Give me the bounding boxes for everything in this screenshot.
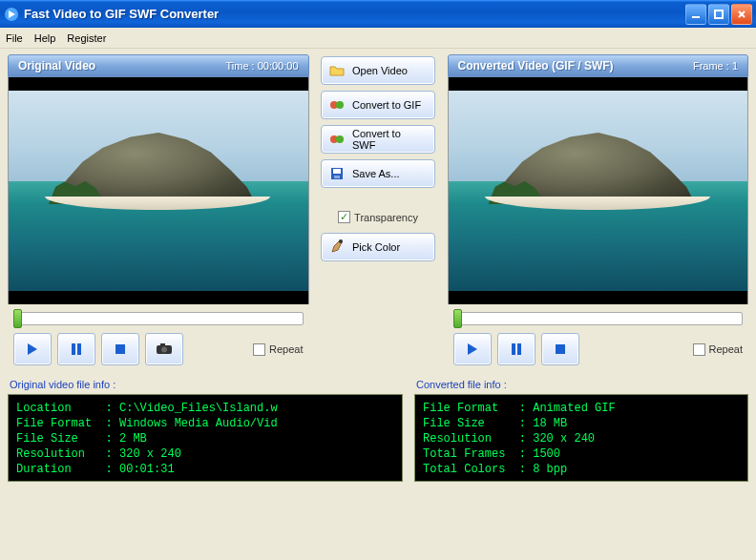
original-info-console: Location : C:\Video_Files\Island.w File … (8, 394, 403, 482)
convert-swf-button[interactable]: Convert to SWF (321, 125, 435, 154)
original-video-time: Time : 00:00:00 (225, 60, 298, 72)
svg-rect-8 (160, 343, 165, 346)
svg-rect-18 (517, 343, 521, 355)
converted-info-col: Converted file info : File Format : Anim… (414, 377, 748, 482)
svg-rect-3 (72, 343, 75, 355)
original-seek-thumb[interactable] (13, 309, 22, 328)
original-video-header: Original Video Time : 00:00:00 (8, 54, 309, 77)
svg-point-12 (336, 135, 344, 143)
close-button[interactable] (731, 4, 752, 25)
converted-play-button[interactable] (453, 333, 492, 365)
convert-gif-icon (329, 97, 345, 113)
open-video-button[interactable]: Open Video (321, 56, 435, 85)
menu-register[interactable]: Register (67, 32, 106, 44)
svg-rect-5 (116, 344, 125, 354)
original-repeat-check[interactable]: Repeat (253, 343, 303, 356)
original-video-title: Original Video (18, 59, 95, 73)
pick-color-label: Pick Color (352, 241, 400, 253)
svg-point-10 (336, 101, 344, 109)
original-repeat-label: Repeat (269, 343, 303, 355)
maximize-button[interactable] (708, 4, 729, 25)
convert-swf-icon (329, 132, 345, 147)
original-video-viewport (8, 77, 309, 304)
app-icon (4, 7, 19, 22)
stop-button[interactable] (101, 333, 139, 365)
original-seek-slider[interactable] (13, 312, 304, 325)
original-info-label: Original video file info : (8, 377, 403, 394)
save-icon (329, 166, 345, 181)
converted-seek-row (448, 304, 749, 329)
window-controls (685, 4, 752, 25)
converted-pause-button[interactable] (497, 333, 536, 365)
converted-seek-slider[interactable] (453, 312, 744, 325)
converted-preview-image (449, 77, 748, 304)
svg-point-7 (161, 347, 167, 353)
folder-open-icon (329, 63, 345, 78)
menu-file[interactable]: File (6, 32, 23, 44)
original-seek-row (8, 304, 309, 329)
converted-seek-thumb[interactable] (453, 309, 462, 328)
svg-rect-14 (333, 169, 341, 174)
open-video-label: Open Video (352, 65, 408, 76)
checkbox-checked-icon (338, 211, 350, 223)
converted-info-console: File Format : Animated GIF File Size : 1… (414, 394, 748, 482)
convert-swf-label: Convert to SWF (352, 128, 427, 151)
svg-rect-1 (692, 16, 700, 18)
snapshot-button[interactable] (145, 333, 183, 365)
converted-video-header: Converted Video (GIF / SWF) Frame : 1 (448, 54, 749, 77)
converted-video-title: Converted Video (GIF / SWF) (458, 59, 614, 73)
transparency-check[interactable]: Transparency (338, 211, 418, 223)
video-preview-image (9, 77, 308, 304)
client-area: Original Video Time : 00:00:00 (0, 49, 756, 560)
convert-gif-label: Convert to GIF (352, 99, 421, 111)
converted-video-frame: Frame : 1 (693, 60, 738, 72)
info-row: Original video file info : Location : C:… (8, 377, 748, 482)
original-info-col: Original video file info : Location : C:… (8, 377, 403, 482)
converted-stop-button[interactable] (541, 333, 579, 365)
transparency-label: Transparency (354, 212, 418, 223)
pick-color-button[interactable]: Pick Color (321, 233, 435, 261)
checkbox-icon (693, 343, 705, 356)
converted-repeat-label: Repeat (709, 343, 743, 355)
minimize-button[interactable] (685, 4, 706, 25)
save-as-label: Save As... (352, 168, 400, 179)
center-column: Open Video Convert to GIF Convert to SWF… (317, 54, 440, 369)
svg-point-16 (339, 239, 343, 243)
converted-repeat-check[interactable]: Repeat (693, 343, 743, 356)
original-controls: Repeat (8, 329, 309, 369)
svg-rect-2 (715, 10, 723, 18)
menu-bar: File Help Register (0, 28, 756, 49)
eyedropper-icon (329, 239, 345, 255)
main-row: Original Video Time : 00:00:00 (8, 54, 748, 369)
save-as-button[interactable]: Save As... (321, 159, 435, 188)
converted-video-viewport (448, 77, 749, 304)
convert-gif-button[interactable]: Convert to GIF (321, 91, 435, 119)
converted-controls: Repeat (448, 329, 749, 369)
svg-rect-17 (512, 343, 515, 355)
svg-rect-4 (77, 343, 81, 355)
window-title: Fast Video to GIF SWF Converter (24, 7, 685, 21)
checkbox-icon (253, 343, 265, 356)
menu-help[interactable]: Help (34, 32, 56, 44)
converted-video-panel: Converted Video (GIF / SWF) Frame : 1 (448, 54, 749, 369)
svg-rect-19 (556, 344, 565, 354)
original-video-panel: Original Video Time : 00:00:00 (8, 54, 309, 369)
svg-rect-15 (334, 176, 340, 178)
converted-info-label: Converted file info : (414, 377, 748, 394)
pause-button[interactable] (57, 333, 95, 365)
title-bar: Fast Video to GIF SWF Converter (0, 0, 756, 28)
play-button[interactable] (13, 333, 52, 365)
